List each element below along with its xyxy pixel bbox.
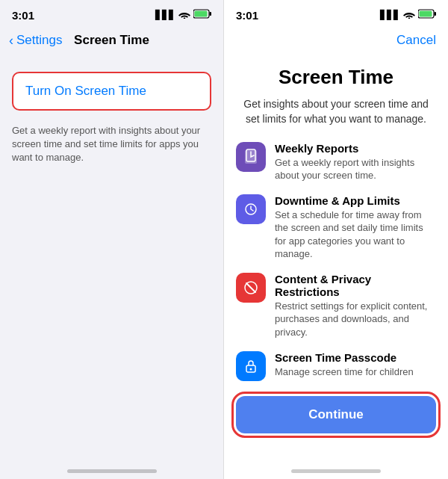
svg-rect-1 [210, 12, 212, 16]
content-privacy-icon [236, 273, 266, 303]
feature-text-content-privacy: Content & Privacy Restrictions Restrict … [275, 273, 436, 339]
downtime-desc: Set a schedule for time away from the sc… [275, 208, 436, 261]
passcode-desc: Manage screen time for children [275, 365, 436, 379]
left-description: Get a weekly report with insights about … [0, 117, 223, 173]
feature-item-passcode: Screen Time Passcode Manage screen time … [236, 351, 436, 381]
nav-title-left: Screen Time [74, 33, 149, 48]
weekly-reports-title: Weekly Reports [275, 142, 436, 155]
weekly-reports-desc: Get a weekly report with insights about … [275, 156, 436, 182]
status-time-right: 3:01 [236, 9, 258, 22]
back-button[interactable]: ‹ Settings [9, 33, 62, 49]
svg-rect-2 [195, 11, 208, 17]
passcode-title: Screen Time Passcode [275, 351, 436, 364]
feature-item-content-privacy: Content & Privacy Restrictions Restrict … [236, 273, 436, 339]
feature-text-weekly-reports: Weekly Reports Get a weekly report with … [275, 142, 436, 182]
svg-point-12 [250, 368, 252, 370]
feature-item-downtime: Downtime & App Limits Set a schedule for… [236, 194, 436, 261]
home-indicator-right [291, 469, 381, 473]
battery-icon-left [193, 9, 211, 21]
content-privacy-desc: Restrict settings for explicit content, … [275, 300, 436, 339]
turn-on-screen-time-button[interactable]: Turn On Screen Time [12, 72, 211, 111]
feature-text-passcode: Screen Time Passcode Manage screen time … [275, 351, 436, 379]
signal-icon-right: ▋▋▋ [380, 10, 400, 20]
wifi-icon-left [178, 10, 190, 21]
downtime-title: Downtime & App Limits [275, 194, 436, 207]
signal-icon-left: ▋▋▋ [155, 10, 175, 20]
feature-list: Weekly Reports Get a weekly report with … [236, 142, 436, 381]
turn-on-label: Turn On Screen Time [25, 84, 146, 98]
screen-time-subtitle: Get insights about your screen time and … [236, 96, 436, 127]
wifi-icon-right [403, 10, 415, 21]
left-content: Turn On Screen Time Get a weekly report … [0, 57, 223, 173]
status-bar-right: 3:01 ▋▋▋ [224, 0, 448, 27]
right-content: Screen Time Get insights about your scre… [224, 57, 448, 479]
svg-rect-5 [420, 11, 432, 17]
feature-item-weekly-reports: Weekly Reports Get a weekly report with … [236, 142, 436, 182]
content-privacy-title: Content & Privacy Restrictions [275, 273, 436, 298]
cancel-button[interactable]: Cancel [396, 33, 436, 48]
status-icons-right: ▋▋▋ [380, 9, 436, 21]
right-panel: 3:01 ▋▋▋ Cancel Screen Time Get insights… [224, 0, 448, 479]
feature-text-downtime: Downtime & App Limits Set a schedule for… [275, 194, 436, 261]
weekly-reports-icon [236, 142, 266, 172]
status-icons-left: ▋▋▋ [155, 9, 211, 21]
battery-icon-right [418, 9, 436, 21]
screen-time-title: Screen Time [236, 66, 436, 89]
continue-btn-wrapper: Continue [236, 396, 436, 442]
svg-rect-4 [435, 12, 437, 16]
nav-bar-right: Cancel [224, 27, 448, 57]
passcode-icon [236, 351, 266, 381]
nav-bar-left: ‹ Settings Screen Time [0, 27, 223, 57]
status-time-left: 3:01 [12, 9, 34, 22]
downtime-icon [236, 194, 266, 224]
back-chevron-icon: ‹ [9, 33, 13, 49]
home-indicator-left [67, 469, 157, 473]
continue-button[interactable]: Continue [236, 396, 436, 433]
status-bar-left: 3:01 ▋▋▋ [0, 0, 223, 27]
left-panel: 3:01 ▋▋▋ ‹ Settings Screen Time [0, 0, 224, 479]
back-label: Settings [16, 33, 62, 48]
svg-line-10 [246, 283, 255, 292]
